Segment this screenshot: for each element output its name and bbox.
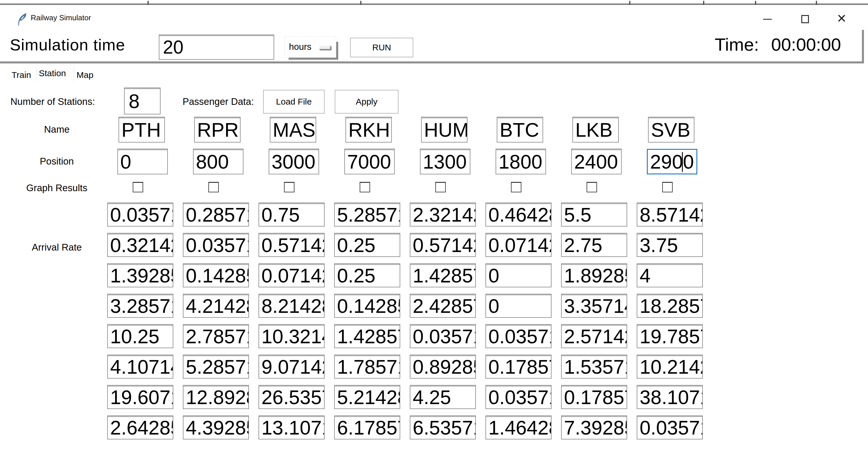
arrival-rate-cell[interactable]: 1.7857142857142858 — [334, 355, 400, 379]
arrival-rate-cell[interactable]: 7.392857142857143 — [561, 416, 627, 440]
station-position-input[interactable]: 2900 — [647, 149, 697, 174]
arrival-rate-cell[interactable]: 0.5714285714285714 — [258, 233, 324, 257]
arrival-rate-cell[interactable]: 3.75 — [637, 233, 703, 257]
arrival-rate-cell[interactable]: 38.107142857142854 — [637, 385, 703, 409]
arrival-rate-cell[interactable]: 0.2857142857142857 — [183, 203, 249, 227]
graph-results-checkbox[interactable] — [133, 182, 143, 192]
arrival-rate-cell[interactable]: 2.642857142857143 — [107, 416, 173, 440]
arrival-rate-cell[interactable]: 2.75 — [561, 233, 627, 257]
arrival-rate-cell[interactable]: 8.571428571428571 — [637, 203, 703, 227]
arrival-rate-cell[interactable]: 0.75 — [258, 203, 324, 227]
arrival-rate-cell[interactable]: 1.4285714285714286 — [410, 264, 476, 287]
arrival-rate-cell[interactable]: 6.178571428571429 — [334, 416, 400, 440]
station-position-input[interactable]: 800 — [193, 149, 243, 174]
station-name-input[interactable]: HUM — [421, 117, 467, 142]
arrival-rate-cell[interactable]: 0.5714285714285714 — [410, 233, 476, 257]
graph-results-checkbox[interactable] — [284, 182, 294, 192]
station-name-input[interactable]: PTH — [119, 117, 165, 142]
arrival-rate-cell[interactable]: 10.214285714285714 — [637, 355, 703, 379]
arrival-rate-cell[interactable]: 0.17857142857142858 — [561, 385, 627, 409]
arrival-rate-cell[interactable]: 3.357142857142857 — [561, 294, 627, 318]
arrival-rate-cell[interactable]: 3.2857142857142856 — [107, 294, 173, 318]
arrival-rate-cell[interactable]: 19.785714285714285 — [637, 324, 703, 348]
arrival-rate-cell[interactable]: 8.214285714285714 — [258, 294, 324, 318]
arrival-rate-cell[interactable]: 1.3928571428571428 — [107, 264, 173, 287]
graph-results-checkbox[interactable] — [587, 182, 597, 192]
arrival-rate-cell[interactable]: 6.535714285714286 — [410, 416, 476, 440]
arrival-rate-cell[interactable]: 5.214285714285714 — [334, 385, 400, 409]
station-position-input[interactable]: 2400 — [571, 149, 622, 174]
simulation-time-input[interactable]: 20 — [159, 35, 274, 60]
tab-map[interactable]: Map — [76, 70, 93, 80]
arrival-rate-cell[interactable]: 0.25 — [334, 264, 400, 287]
arrival-rate-cell[interactable]: 0 — [486, 294, 552, 318]
station-name-input[interactable]: RPR — [194, 117, 241, 142]
unit-dropdown[interactable]: hours — [285, 36, 336, 57]
arrival-rate-cell[interactable]: 10.321428571428571 — [258, 324, 324, 348]
graph-results-checkbox[interactable] — [435, 182, 446, 192]
arrival-rate-cell[interactable]: 2.5714285714285716 — [561, 324, 627, 348]
station-position-input[interactable]: 1300 — [420, 149, 470, 174]
arrival-rate-cell[interactable]: 1.4285714285714286 — [334, 324, 400, 348]
station-position-input[interactable]: 3000 — [269, 149, 319, 174]
arrival-rate-cell[interactable]: 0.03571428571428571 — [183, 233, 249, 257]
tab-station[interactable]: Station — [39, 68, 66, 81]
maximize-button[interactable] — [797, 13, 814, 25]
arrival-rate-cell[interactable]: 4 — [637, 264, 703, 287]
arrival-rate-cell[interactable]: 18.285714285714285 — [637, 294, 703, 318]
arrival-rate-cell[interactable]: 2.4285714285714284 — [410, 294, 476, 318]
arrival-rate-cell[interactable]: 12.892857142857142 — [183, 385, 249, 409]
arrival-rate-cell[interactable]: 5.5 — [561, 203, 627, 227]
minimize-button[interactable] — [759, 13, 776, 25]
arrival-rate-cell[interactable]: 19.607142857142858 — [107, 385, 173, 409]
arrival-rate-cell[interactable]: 0.03571428571428571 — [637, 416, 703, 440]
arrival-rate-cell[interactable]: 9.071428571428571 — [258, 355, 324, 379]
arrival-rate-cell[interactable]: 5.285714285714286 — [334, 203, 400, 227]
arrival-rate-cell[interactable]: 0.17857142857142858 — [486, 355, 552, 379]
arrival-rate-cell[interactable]: 4.214285714285714 — [183, 294, 249, 318]
arrival-rate-cell[interactable]: 0.03571428571428571 — [410, 324, 476, 348]
num-stations-input[interactable]: 8 — [124, 88, 160, 115]
close-button[interactable]: × — [832, 10, 851, 26]
arrival-rate-cell[interactable]: 1.8928571428571428 — [561, 264, 627, 287]
tab-train[interactable]: Train — [11, 70, 31, 80]
arrival-rate-cell[interactable]: 0 — [486, 264, 552, 287]
graph-results-checkbox[interactable] — [360, 182, 370, 192]
graph-results-checkbox[interactable] — [662, 182, 673, 192]
load-file-button[interactable]: Load File — [263, 90, 324, 114]
run-button[interactable]: RUN — [350, 38, 413, 57]
station-position-input[interactable]: 1800 — [496, 149, 546, 174]
arrival-rate-cell[interactable]: 2.3214285714285716 — [410, 203, 476, 227]
graph-results-checkbox[interactable] — [511, 182, 521, 192]
arrival-rate-cell[interactable]: 4.25 — [410, 385, 476, 409]
station-position-input[interactable]: 7000 — [344, 149, 395, 174]
arrival-rate-cell[interactable]: 0.25 — [334, 233, 400, 257]
station-name-input[interactable]: BTC — [497, 117, 543, 142]
arrival-rate-cell[interactable]: 2.7857142857142856 — [183, 324, 249, 348]
station-name-input[interactable]: RKH — [345, 117, 392, 142]
arrival-rate-cell[interactable]: 0.03571428571428571 — [107, 203, 173, 227]
arrival-rate-cell[interactable]: 0.07142857142857142 — [486, 233, 552, 257]
arrival-rate-cell[interactable]: 10.25 — [107, 324, 173, 348]
arrival-rate-cell[interactable]: 0.8928571428571429 — [410, 355, 476, 379]
arrival-rate-cell[interactable]: 0.07142857142857142 — [258, 264, 324, 287]
arrival-rate-cell[interactable]: 26.535714285714285 — [258, 385, 324, 409]
arrival-rate-cell[interactable]: 5.285714285714286 — [183, 355, 249, 379]
arrival-rate-cell[interactable]: 0.14285714285714285 — [334, 294, 400, 318]
arrival-rate-cell[interactable]: 0.4642857142857143 — [486, 203, 552, 227]
arrival-rate-cell[interactable]: 13.107142857142858 — [258, 416, 324, 440]
arrival-rate-cell[interactable]: 4.392857142857143 — [183, 416, 249, 440]
apply-button[interactable]: Apply — [335, 90, 399, 114]
station-name-input[interactable]: LKB — [572, 117, 619, 142]
arrival-rate-cell[interactable]: 1.5357142857142858 — [561, 355, 627, 379]
arrival-rate-cell[interactable]: 0.32142857142857145 — [107, 233, 173, 257]
station-name-input[interactable]: MAS — [270, 117, 316, 142]
arrival-rate-cell[interactable]: 0.14285714285714285 — [183, 264, 249, 287]
arrival-rate-cell[interactable]: 1.4642857142857142 — [486, 416, 552, 440]
station-position-input[interactable]: 0 — [117, 149, 168, 174]
graph-results-checkbox[interactable] — [208, 182, 219, 192]
arrival-rate-cell[interactable]: 0.03571428571428571 — [486, 324, 552, 348]
arrival-rate-cell[interactable]: 4.107142857142857 — [107, 355, 173, 379]
station-name-input[interactable]: SVB — [648, 117, 694, 142]
arrival-rate-cell[interactable]: 0.03571428571428571 — [486, 385, 552, 409]
